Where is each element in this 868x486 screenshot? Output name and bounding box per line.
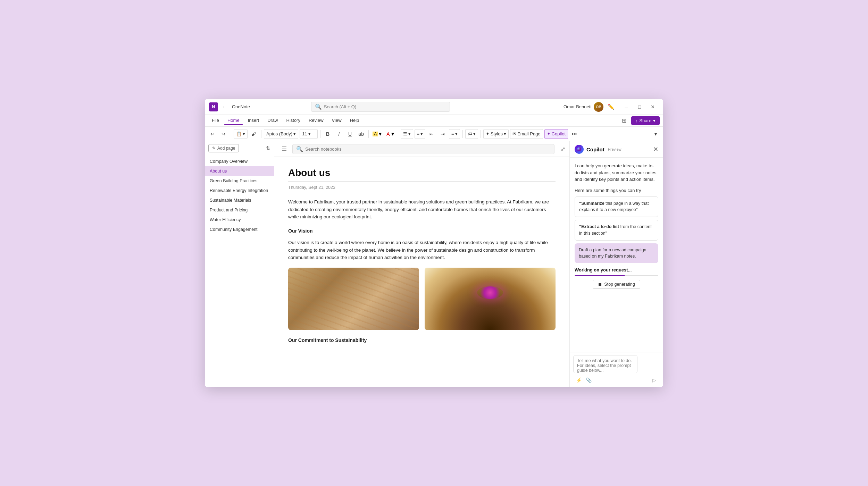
share-chevron-icon: ▾: [653, 118, 656, 123]
back-button[interactable]: ←: [221, 103, 229, 111]
page-item-sustainable-materials[interactable]: Sustainable Materials: [205, 195, 274, 205]
bold-button[interactable]: B: [323, 129, 333, 139]
styles-chevron-icon: ▾: [504, 131, 506, 136]
bullet-list-dropdown[interactable]: ☰ ▾: [401, 129, 413, 139]
page-body: Welcome to Fabrikam, your trusted partne…: [288, 198, 556, 344]
close-button[interactable]: ✕: [646, 102, 659, 112]
pen-icon-btn[interactable]: ✏️: [606, 102, 616, 112]
sidebar-top: ✎ Add page ⇅: [205, 141, 274, 155]
minimize-button[interactable]: ─: [620, 102, 633, 112]
page-item-community-engagement[interactable]: Community Engagement: [205, 225, 274, 234]
sort-pages-button[interactable]: ⇅: [266, 145, 270, 151]
menu-file[interactable]: File: [208, 116, 223, 125]
menu-bar: File Home Insert Draw History Review Vie…: [205, 115, 663, 127]
bullet-chevron-icon: ▾: [408, 131, 411, 136]
format-painter-button[interactable]: 🖌: [249, 129, 259, 139]
indent-decrease-button[interactable]: ⇤: [427, 129, 436, 139]
title-search-input[interactable]: [324, 104, 446, 109]
highlight-dropdown[interactable]: A ▾: [371, 130, 383, 138]
content-area: About us Thursday, Sept 21, 2023 Welcome…: [274, 157, 569, 387]
copilot-input-wrapper: ⚡ 📎 ▷: [573, 355, 660, 384]
copilot-header: Copilot Preview ✕: [570, 141, 663, 158]
content-top-bar: ☰ 🔍 ⤢: [274, 141, 569, 157]
font-color-chevron-icon: ▾: [391, 131, 394, 137]
font-size-chevron-icon: ▾: [308, 131, 311, 136]
page-item-company-overview[interactable]: Company Overview: [205, 157, 274, 166]
toolbar-separator-3: [320, 130, 320, 138]
window-controls: ─ □ ✕: [620, 102, 659, 112]
copilot-suggestion-1[interactable]: "Summarize this page in a way that expla…: [575, 196, 658, 217]
page-date: Thursday, Sept 21, 2023: [288, 185, 556, 190]
numbered-list-dropdown[interactable]: ≡ ▾: [415, 129, 426, 139]
italic-button[interactable]: I: [334, 129, 344, 139]
align-dropdown[interactable]: ≡ ▾: [449, 129, 460, 139]
tag-dropdown[interactable]: 🏷 ▾: [465, 129, 478, 139]
menu-help[interactable]: Help: [347, 116, 363, 125]
copilot-icon: ✦: [547, 131, 551, 136]
copilot-suggestion-2[interactable]: "Extract a to-do list from the content i…: [575, 220, 658, 241]
sidebar-toggle-button[interactable]: ☰: [278, 143, 290, 154]
toolbar-separator-1: [231, 130, 231, 138]
search-notebooks-box[interactable]: 🔍: [292, 144, 554, 154]
tag-icon: 🏷: [468, 131, 472, 136]
stop-generating-button[interactable]: ⏹ Stop generating: [593, 280, 640, 289]
align-chevron-icon: ▾: [455, 131, 458, 136]
menu-insert[interactable]: Insert: [244, 116, 263, 125]
title-bar: N ← OneNote 🔍 Omar Bennett OB ✏️ ─ □ ✕: [205, 99, 663, 115]
redo-button[interactable]: ↪: [219, 129, 228, 139]
copilot-intro-text: I can help you generate ideas, make to-d…: [575, 162, 658, 183]
search-icon: 🔍: [315, 103, 322, 110]
copilot-input-icons-left: ⚡ 📎: [575, 376, 593, 384]
more-options-button[interactable]: •••: [569, 129, 579, 139]
paste-icon: 📋: [236, 131, 242, 136]
vision-heading: Our Vision: [288, 227, 556, 235]
toolbar: ↩ ↪ 📋 ▾ 🖌 Aptos (Body) ▾ 11 ▾ B I U ab A…: [205, 127, 663, 141]
email-page-label: Email Page: [517, 131, 540, 136]
indent-increase-button[interactable]: ⇥: [438, 129, 448, 139]
menu-history[interactable]: History: [283, 116, 304, 125]
styles-icon: ✦: [486, 131, 490, 136]
toolbar-collapse-button[interactable]: ▾: [651, 129, 660, 139]
page-item-renewable-energy[interactable]: Renewable Energy Integration: [205, 186, 274, 195]
page-intro-text: Welcome to Fabrikam, your trusted partne…: [288, 198, 556, 221]
copilot-label: Copilot: [552, 131, 566, 136]
copilot-close-button[interactable]: ✕: [653, 145, 658, 153]
page-item-about-us[interactable]: About us: [205, 166, 274, 176]
styles-dropdown[interactable]: ✦ Styles ▾: [483, 129, 509, 139]
view-toggle-icon[interactable]: ⊞: [619, 116, 629, 126]
prompt-guide-button[interactable]: ⚡: [575, 376, 583, 384]
commitment-heading: Our Commitment to Sustainability: [288, 336, 556, 344]
send-button[interactable]: ▷: [650, 376, 658, 384]
copilot-user-message: Draft a plan for a new ad campaign based…: [575, 243, 658, 263]
font-family-dropdown[interactable]: Aptos (Body) ▾: [264, 129, 298, 139]
page-item-green-building[interactable]: Green Building Practices: [205, 176, 274, 186]
menu-home[interactable]: Home: [224, 116, 243, 125]
title-search-box[interactable]: 🔍: [311, 102, 450, 112]
page-item-water-efficiency[interactable]: Water Efficiency: [205, 215, 274, 225]
share-button[interactable]: ↑ Share ▾: [631, 116, 660, 125]
email-page-btn[interactable]: ✉ Email Page: [510, 129, 543, 139]
add-page-button[interactable]: ✎ Add page: [208, 144, 239, 152]
expand-icon[interactable]: ⤢: [561, 146, 565, 152]
copilot-button[interactable]: ✦ Copilot: [544, 129, 568, 139]
copilot-input[interactable]: [573, 355, 637, 373]
menu-view[interactable]: View: [328, 116, 345, 125]
copilot-logo: [575, 145, 584, 154]
page-item-product-pricing[interactable]: Product and Pricing: [205, 205, 274, 215]
strikethrough-button[interactable]: ab: [356, 129, 366, 139]
onenote-logo: N: [209, 102, 218, 111]
numbered-chevron-icon: ▾: [420, 131, 423, 136]
menu-review[interactable]: Review: [305, 116, 327, 125]
maximize-button[interactable]: □: [633, 102, 646, 112]
images-row: [288, 268, 556, 330]
paste-dropdown[interactable]: 📋 ▾: [234, 129, 248, 139]
menu-draw[interactable]: Draw: [264, 116, 281, 125]
main-area: ✎ Add page ⇅ Company Overview About us G…: [205, 141, 663, 387]
attach-button[interactable]: 📎: [584, 376, 593, 384]
search-notebooks-input[interactable]: [305, 146, 551, 152]
undo-button[interactable]: ↩: [208, 129, 217, 139]
font-color-dropdown[interactable]: A ▾: [384, 130, 395, 138]
font-size-dropdown[interactable]: 11 ▾: [300, 129, 318, 139]
toolbar-separator-2: [261, 130, 261, 138]
underline-button[interactable]: U: [345, 129, 355, 139]
